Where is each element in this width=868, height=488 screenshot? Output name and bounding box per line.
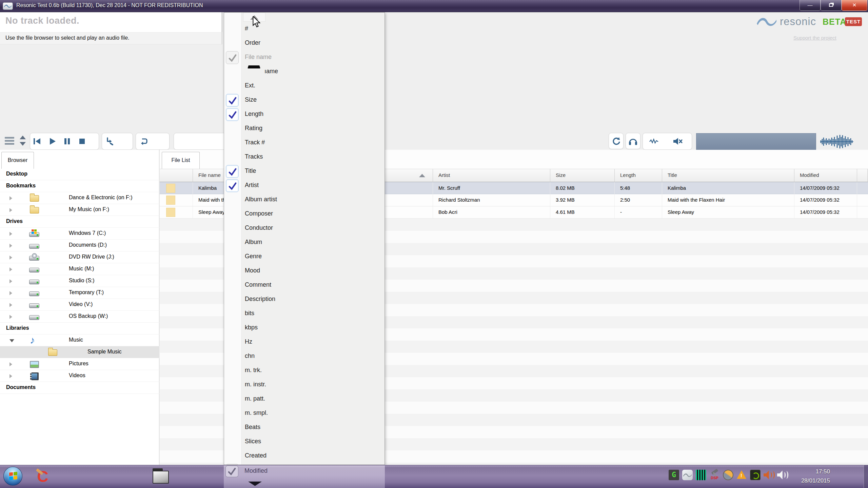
sidebar-item-music-m-[interactable]: Music (M:) xyxy=(0,263,159,275)
menu-item-conductor[interactable]: Conductor xyxy=(224,221,384,236)
volume-white-icon[interactable] xyxy=(777,470,789,480)
menu-item-kbps[interactable]: kbps xyxy=(224,321,384,335)
menu-item-title[interactable]: Title xyxy=(224,164,384,179)
play-button[interactable] xyxy=(45,133,59,149)
menu-item-ext-[interactable]: Ext. xyxy=(224,79,384,93)
chevron-right-icon[interactable] xyxy=(9,315,12,319)
menu-item-size[interactable]: Size xyxy=(224,93,384,107)
tab-file-list[interactable]: File List xyxy=(162,152,200,169)
sidebar-item-windows-7-c-[interactable]: Windows 7 (C:) xyxy=(0,228,159,240)
queue-list-icon[interactable] xyxy=(5,137,15,146)
close-button[interactable]: ✕ xyxy=(842,0,867,11)
menu-item-m-trk-[interactable]: m. trk. xyxy=(224,364,384,378)
sidebar-item-my-music-on-f-[interactable]: My Music (on F:) xyxy=(0,204,159,216)
maximize-button[interactable] xyxy=(821,0,842,11)
sidebar-item-dvd-rw-drive-j-[interactable]: DVD RW Drive (J:) xyxy=(0,251,159,263)
column-header-modified[interactable]: Modified xyxy=(794,169,857,182)
chevron-right-icon[interactable] xyxy=(9,244,12,248)
column-header-length[interactable]: Length xyxy=(615,169,662,182)
menu-scroll-down-icon[interactable] xyxy=(248,482,262,486)
spectrum-analyzer-icon[interactable] xyxy=(696,470,706,480)
chevron-right-icon[interactable] xyxy=(9,303,12,307)
menu-item-rating[interactable]: Rating xyxy=(224,122,384,136)
sidebar-item-videos[interactable]: Videos xyxy=(0,370,159,382)
menu-item-modified-ghost[interactable]: Modified xyxy=(244,467,268,474)
menu-item-chn[interactable]: chn xyxy=(224,349,384,364)
tab-browser[interactable]: Browser xyxy=(1,152,34,169)
stop-button[interactable] xyxy=(75,133,89,149)
chevron-right-icon[interactable] xyxy=(9,362,12,366)
monitor-wave-icon[interactable] xyxy=(643,133,665,149)
start-button[interactable] xyxy=(3,467,22,486)
mute-icon[interactable] xyxy=(667,133,689,149)
chevron-right-icon[interactable] xyxy=(9,256,12,260)
menu-item-track-#[interactable]: Track # xyxy=(224,136,384,150)
column-header-icon[interactable] xyxy=(160,169,193,182)
menu-item-created[interactable]: Created xyxy=(224,449,384,463)
menu-item--ame[interactable]: ıame xyxy=(224,65,384,79)
pause-button[interactable] xyxy=(60,133,74,149)
checkbox-checked[interactable] xyxy=(226,165,239,178)
volume-slider[interactable] xyxy=(696,133,816,150)
menu-item-album[interactable]: Album xyxy=(224,236,384,250)
sidebar-item-video-v-[interactable]: Video (V:) xyxy=(0,299,159,311)
menu-item-#[interactable]: # xyxy=(224,22,384,36)
chevron-right-icon[interactable] xyxy=(9,267,12,271)
menu-item-m-instr-[interactable]: m. instr. xyxy=(224,378,384,392)
taskbar-clock[interactable]: 17:50 28/01/2015 xyxy=(790,467,830,485)
menu-item-comment[interactable]: Comment xyxy=(224,278,384,292)
menu-item-m-smpl-[interactable]: m. smpl. xyxy=(224,406,384,421)
menu-item-length[interactable]: Length xyxy=(224,107,384,122)
refresh-button[interactable] xyxy=(609,133,624,149)
menu-item-hz[interactable]: Hz xyxy=(224,335,384,349)
menu-item-order[interactable]: Order xyxy=(224,36,384,50)
chevron-right-icon[interactable] xyxy=(9,208,12,212)
menu-item-mood[interactable]: Mood xyxy=(224,264,384,278)
skip-back-button[interactable] xyxy=(30,133,44,149)
checkbox-checked-disabled[interactable] xyxy=(226,51,239,64)
checkbox-checked[interactable] xyxy=(226,94,239,107)
loop-icon[interactable] xyxy=(136,133,151,149)
column-header-extra[interactable] xyxy=(857,169,868,182)
chevron-right-icon[interactable] xyxy=(9,279,12,283)
menu-item-file-name[interactable]: File name xyxy=(224,50,384,65)
sidebar-item-music[interactable]: ♪Music xyxy=(0,334,159,346)
support-project-link[interactable]: Support the project xyxy=(793,35,836,41)
show-desktop-button[interactable] xyxy=(864,465,868,488)
sidebar-item-documents-d-[interactable]: Documents (D:) xyxy=(0,240,159,251)
chevron-down-icon[interactable] xyxy=(9,339,14,342)
menu-item-m-patt-[interactable]: m. patt. xyxy=(224,392,384,406)
menu-item-album-artist[interactable]: Album artist xyxy=(224,193,384,207)
menu-item-composer[interactable]: Composer xyxy=(224,207,384,221)
chevron-right-icon[interactable] xyxy=(9,196,12,200)
menu-item-genre[interactable]: Genre xyxy=(224,250,384,264)
minimize-button[interactable]: — xyxy=(800,0,821,11)
modified-checkbox-ghost[interactable] xyxy=(225,466,238,477)
sidebar-item-os-backup-w-[interactable]: OS Backup (W:) xyxy=(0,311,159,323)
sidebar-item-dance-electronic-on-f-[interactable]: Dance & Electronic (on F:) xyxy=(0,192,159,204)
led-meter-icon[interactable]: G xyxy=(669,470,679,480)
headphones-button[interactable] xyxy=(626,133,640,149)
chevron-right-icon[interactable] xyxy=(9,291,12,295)
menu-item-tracks[interactable]: Tracks xyxy=(224,150,384,164)
sidebar-item-sample-music[interactable]: Sample Music xyxy=(0,346,159,358)
column-header-artist[interactable]: Artist xyxy=(433,169,550,182)
nvidia-icon[interactable] xyxy=(750,470,761,480)
waveform-preview[interactable] xyxy=(820,134,854,151)
sort-spinner-icon[interactable] xyxy=(20,136,26,146)
menu-item-description[interactable]: Description xyxy=(224,292,384,307)
chevron-right-icon[interactable] xyxy=(9,232,12,236)
dsp-icon[interactable]: DSP xyxy=(709,470,720,480)
sidebar-item-pictures[interactable]: Pictures xyxy=(0,358,159,370)
resonic-tray-icon[interactable] xyxy=(682,470,693,480)
warning-icon[interactable]: ! xyxy=(736,470,747,480)
chevron-right-icon[interactable] xyxy=(9,374,12,378)
menu-item-bits[interactable]: bits xyxy=(224,307,384,321)
volume-orange-icon[interactable] xyxy=(764,470,775,480)
day-night-icon[interactable] xyxy=(723,470,733,480)
column-header-title[interactable]: Title xyxy=(662,169,794,182)
menu-item-beats[interactable]: Beats xyxy=(224,421,384,435)
sidebar-item-studio-s-[interactable]: Studio (S:) xyxy=(0,275,159,287)
menu-item-artist[interactable]: Artist xyxy=(224,179,384,193)
checkbox-checked[interactable] xyxy=(226,179,239,192)
